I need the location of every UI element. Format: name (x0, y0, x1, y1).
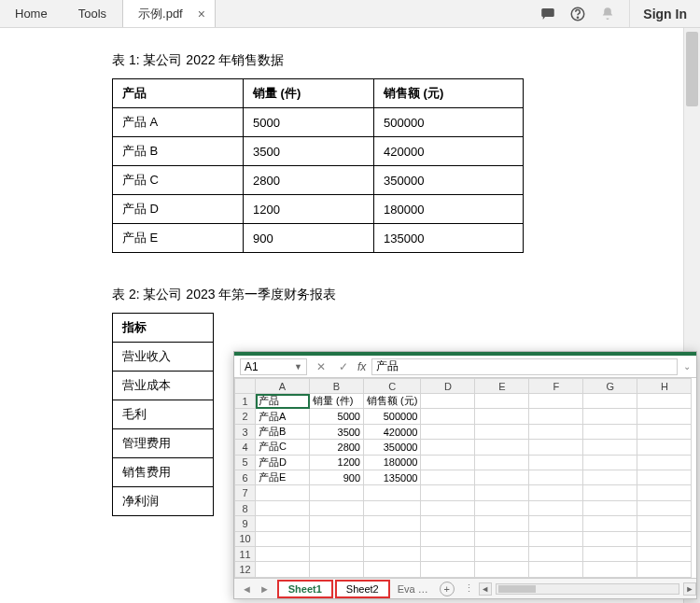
cell[interactable]: 产品D (256, 455, 310, 470)
chevron-down-icon[interactable]: ▼ (294, 362, 302, 372)
cell[interactable] (310, 547, 364, 562)
cell[interactable] (637, 500, 692, 515)
spreadsheet-grid[interactable]: ABCDEFGH1产品销量 (件)销售额 (元)2产品A50005000003产… (234, 378, 696, 578)
name-box[interactable]: A1 ▼ (240, 358, 307, 375)
cell[interactable] (529, 394, 583, 409)
cell[interactable] (529, 531, 583, 546)
cell[interactable]: 销售额 (元) (364, 394, 421, 409)
cell[interactable]: 180000 (364, 455, 421, 470)
expand-icon[interactable]: ⌄ (683, 361, 691, 372)
cell[interactable] (637, 409, 692, 424)
cell[interactable] (364, 516, 421, 531)
cell[interactable] (256, 516, 310, 531)
tab-tools[interactable]: Tools (63, 0, 122, 27)
cell[interactable] (421, 409, 475, 424)
cell[interactable]: 产品A (256, 409, 310, 424)
cell[interactable] (637, 531, 692, 546)
cell[interactable] (583, 394, 637, 409)
cell[interactable] (583, 424, 637, 439)
cell[interactable] (475, 470, 529, 485)
cell[interactable] (637, 440, 692, 455)
cell[interactable] (310, 485, 364, 500)
formula-input[interactable]: 产品 (371, 358, 678, 375)
close-icon[interactable]: × (196, 7, 207, 21)
cell[interactable]: 900 (310, 470, 364, 485)
cell[interactable] (421, 470, 475, 485)
cell[interactable] (421, 547, 475, 562)
cell[interactable] (256, 562, 310, 578)
cell[interactable] (364, 562, 421, 578)
cell[interactable] (256, 485, 310, 500)
cell[interactable]: 5000 (310, 409, 364, 424)
cell[interactable] (310, 531, 364, 546)
cell[interactable] (529, 440, 583, 455)
cell[interactable] (637, 547, 692, 562)
cell[interactable] (583, 516, 637, 531)
sheet-tab-1[interactable]: Sheet1 (277, 580, 333, 598)
cell[interactable]: 1200 (310, 455, 364, 470)
tab-home[interactable]: Home (0, 0, 63, 27)
cell[interactable]: 3500 (310, 424, 364, 439)
cell[interactable] (583, 547, 637, 562)
cell[interactable]: 420000 (364, 424, 421, 439)
cell[interactable] (583, 485, 637, 500)
horizontal-scrollbar[interactable] (496, 583, 679, 595)
cell[interactable] (529, 562, 583, 578)
cell[interactable] (475, 409, 529, 424)
cell[interactable] (421, 455, 475, 470)
cell[interactable] (421, 500, 475, 515)
fx-accept-icon[interactable]: ✓ (335, 360, 352, 373)
cell[interactable] (364, 547, 421, 562)
cell[interactable] (583, 470, 637, 485)
cell[interactable] (310, 562, 364, 578)
cell[interactable] (475, 485, 529, 500)
cell[interactable] (529, 470, 583, 485)
cell[interactable] (475, 531, 529, 546)
cell[interactable]: 500000 (364, 409, 421, 424)
sheet-menu-icon[interactable]: ⋮ (460, 582, 479, 595)
sheet-tab-2[interactable]: Sheet2 (335, 580, 390, 598)
cell[interactable] (475, 394, 529, 409)
cell[interactable] (310, 516, 364, 531)
cell[interactable] (475, 440, 529, 455)
cell[interactable] (637, 424, 692, 439)
cell[interactable] (529, 547, 583, 562)
cell[interactable] (475, 455, 529, 470)
cell[interactable] (583, 455, 637, 470)
cell[interactable] (583, 440, 637, 455)
cell[interactable] (637, 455, 692, 470)
cell[interactable] (364, 485, 421, 500)
cell[interactable] (421, 562, 475, 578)
help-icon[interactable] (569, 6, 586, 22)
cell[interactable] (364, 500, 421, 515)
cell[interactable] (475, 424, 529, 439)
cell[interactable] (529, 500, 583, 515)
hscroll-left-icon[interactable]: ◄ (479, 582, 492, 596)
cell[interactable]: 135000 (364, 470, 421, 485)
cell[interactable] (421, 394, 475, 409)
hscroll-right-icon[interactable]: ► (683, 582, 696, 596)
cell[interactable]: 2800 (310, 440, 364, 455)
cell[interactable]: 350000 (364, 440, 421, 455)
cell[interactable] (310, 500, 364, 515)
cell[interactable] (583, 409, 637, 424)
cell[interactable]: 产品 (256, 394, 310, 409)
cell[interactable] (421, 424, 475, 439)
cell[interactable] (529, 409, 583, 424)
cell[interactable]: 产品E (256, 470, 310, 485)
cell[interactable] (529, 455, 583, 470)
chat-icon[interactable] (539, 6, 556, 22)
add-sheet-button[interactable]: + (440, 582, 455, 596)
sheet-tab-overflow[interactable]: Eva … (392, 583, 434, 595)
cell[interactable] (475, 500, 529, 515)
sheet-nav-next-icon[interactable]: ► (258, 583, 272, 595)
cell[interactable] (421, 485, 475, 500)
cell[interactable] (529, 516, 583, 531)
cell[interactable] (637, 562, 692, 578)
cell[interactable] (583, 562, 637, 578)
cell[interactable] (637, 485, 692, 500)
cell[interactable] (529, 424, 583, 439)
cell[interactable] (529, 485, 583, 500)
cell[interactable] (637, 470, 692, 485)
cell[interactable] (637, 394, 692, 409)
